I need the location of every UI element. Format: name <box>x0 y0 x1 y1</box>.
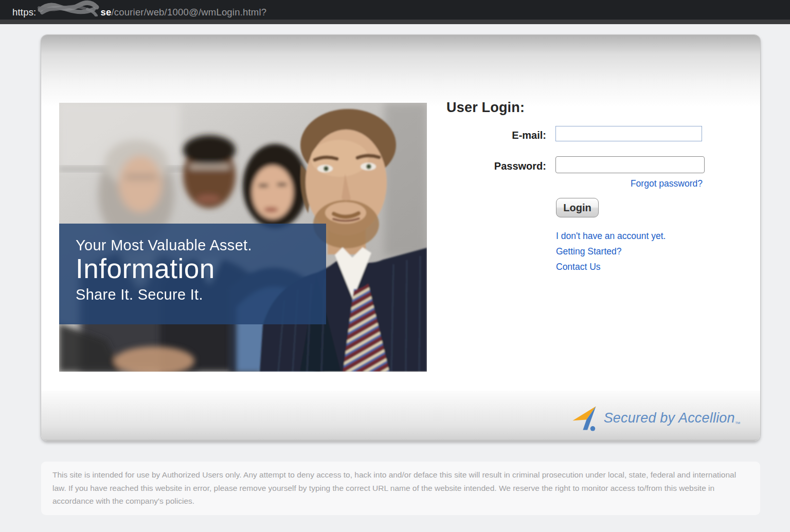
getting-started-link[interactable]: Getting Started? <box>556 246 621 257</box>
marketing-photo: Your Most Valuable Asset. Information Sh… <box>59 103 427 372</box>
email-input[interactable] <box>555 126 702 141</box>
card-footer: Secured by Accellion™ <box>41 391 760 441</box>
tagline-line3: Share It. Secure It. <box>76 286 326 303</box>
legal-notice-box: This site is intended for use by Authori… <box>41 462 760 515</box>
password-input[interactable] <box>555 156 705 173</box>
password-label: Password: <box>428 160 546 172</box>
email-label: E-mail: <box>428 130 546 141</box>
secured-by-text: Secured by Accellion™ <box>604 410 741 426</box>
photo-tagline-banner: Your Most Valuable Asset. Information Sh… <box>59 224 326 324</box>
accellion-arrow-icon <box>571 403 598 433</box>
browser-top-bar: https: se/courier/web/1000@/wmLogin.html… <box>0 0 790 24</box>
legal-notice-text: This site is intended for use by Authori… <box>52 468 747 508</box>
login-card: Your Most Valuable Asset. Information Sh… <box>41 35 760 441</box>
tagline-line2: Information <box>76 254 326 283</box>
trademark-mark: ™ <box>735 420 741 427</box>
secured-by-accellion-logo: Secured by Accellion™ <box>571 403 741 433</box>
url-path: /courier/web/1000@/wmLogin.html? <box>111 7 266 17</box>
tagline-line1: Your Most Valuable Asset. <box>76 237 326 254</box>
redacted-domain-scribble <box>37 0 100 23</box>
url-scheme: https: <box>12 7 36 17</box>
no-account-link[interactable]: I don't have an account yet. <box>556 231 666 242</box>
user-login-heading: User Login: <box>446 100 525 116</box>
url-domain: se <box>100 7 111 17</box>
forgot-password-link[interactable]: Forgot password? <box>631 178 703 189</box>
login-button[interactable]: Login <box>556 198 599 217</box>
address-bar[interactable]: https: se/courier/web/1000@/wmLogin.html… <box>12 0 266 20</box>
contact-us-link[interactable]: Contact Us <box>556 262 601 272</box>
